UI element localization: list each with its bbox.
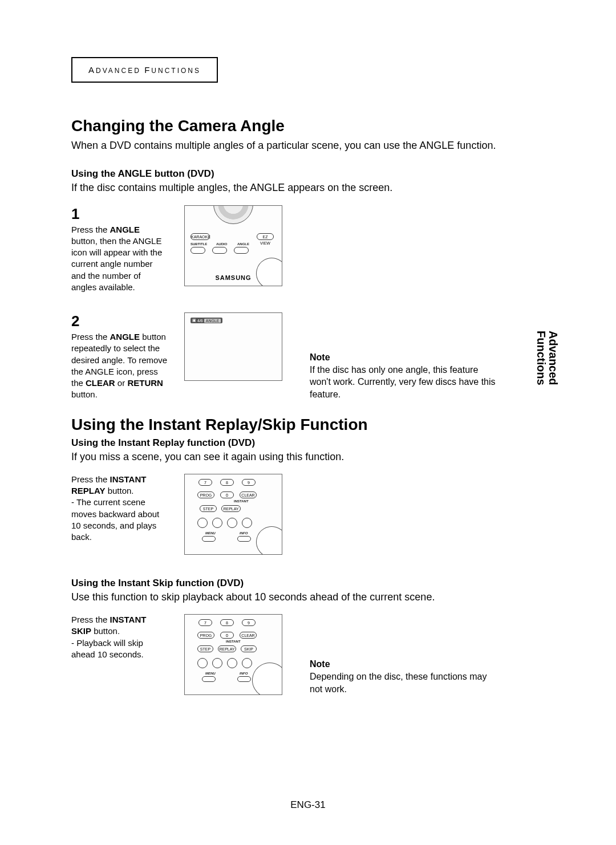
- num0-button: 0: [220, 491, 234, 498]
- illustration-osd-angle: ▣ 4/6 ANGLE: [184, 312, 282, 381]
- num8-button: 8: [220, 619, 234, 626]
- desc-instant-replay: If you miss a scene, you can see it agai…: [71, 450, 550, 464]
- angle-osd: ▣ 4/6 ANGLE: [191, 318, 222, 323]
- step-1-number: 1: [71, 205, 168, 223]
- replay-button: REPLAY: [221, 505, 241, 512]
- stop-icon: [212, 658, 222, 668]
- note-text: If the disc has only one angle, this fea…: [310, 364, 498, 401]
- skip-row: Press the INSTANT SKIP button. - Playbac…: [71, 614, 550, 695]
- camera-icon: ▣: [192, 318, 196, 323]
- num9-button: 9: [242, 619, 256, 626]
- step-2-text: 2 Press the ANGLE button repeatedly to s…: [71, 312, 168, 401]
- num7-button: 7: [198, 619, 212, 626]
- info-label: INFO: [240, 531, 248, 535]
- page-number: ENG-31: [0, 799, 616, 811]
- side-tab: Advanced Functions: [535, 331, 559, 385]
- skip-detail: - Playback will skip ahead 10 seconds.: [71, 638, 144, 659]
- step-1-text: 1 Press the ANGLE button, then the ANGLE…: [71, 205, 168, 294]
- instant-label: INSTANT: [234, 499, 249, 503]
- angle-tag: ANGLE: [204, 319, 221, 323]
- note-skip: Note Depending on the disc, these functi…: [310, 658, 498, 695]
- illustration-remote-replay: 7 8 9 PROG 0 CLEAR INSTANT STEP REPLAY M…: [184, 474, 282, 555]
- num0-button: 0: [220, 632, 234, 639]
- play-pause-icon: [227, 518, 237, 528]
- thumb-icon: [253, 254, 282, 286]
- lead-camera-angle: When a DVD contains multiple angles of a…: [71, 139, 550, 152]
- prog-button: PROG: [197, 491, 214, 498]
- replay-button: REPLAY: [218, 645, 236, 652]
- thumb-icon: [253, 523, 282, 555]
- side-tab-l2: Functions: [535, 331, 548, 385]
- next-icon: [242, 658, 252, 668]
- subtitle-button: [191, 247, 205, 254]
- illustration-remote-angle: KARAOKE EZ VIEW SUBTITLE AUDIO ANGLE SAM…: [184, 205, 282, 286]
- angle-label: ANGLE: [237, 242, 249, 246]
- step-button: STEP: [200, 505, 217, 512]
- angle-button: [234, 247, 249, 254]
- subhead-instant-skip: Using the Instant Skip function (DVD): [71, 578, 550, 589]
- karaoke-button: KARAOKE: [191, 233, 210, 240]
- note-heading: Note: [310, 658, 498, 671]
- num7-button: 7: [198, 479, 212, 486]
- skip-text: Press the INSTANT SKIP button. - Playbac…: [71, 614, 168, 660]
- chapter-tab: ADVANCED FUNCTIONS: [71, 57, 218, 83]
- info-label: INFO: [240, 672, 248, 675]
- note-heading: Note: [310, 351, 498, 364]
- angle-ratio: 4/6: [197, 319, 203, 323]
- menu-label: MENU: [205, 531, 216, 535]
- cap-f: F: [144, 65, 151, 75]
- desc-instant-skip: Use this function to skip playback about…: [71, 590, 550, 604]
- note-angle: Note If the disc has only one angle, thi…: [310, 351, 498, 400]
- skip-button: SKIP: [241, 645, 257, 652]
- step-2-body: Press the ANGLE button repeatedly to sel…: [71, 331, 168, 401]
- replay-detail: - The current scene moves backward about…: [71, 497, 159, 542]
- note-text: Depending on the disc, these functions m…: [310, 671, 498, 695]
- step-1-body: Press the ANGLE button, then the ANGLE i…: [71, 224, 168, 294]
- rest-f: UNCTIONS: [151, 67, 201, 75]
- stop-icon: [212, 518, 222, 528]
- replay-text: Press the INSTANT REPLAY button. - The c…: [71, 474, 168, 543]
- side-tab-l1: Advanced: [547, 331, 560, 385]
- dpad-icon: [213, 205, 253, 224]
- subhead-instant-replay: Using the Instant Replay function (DVD): [71, 437, 550, 449]
- prev-icon: [197, 518, 208, 528]
- step-2-number: 2: [71, 312, 168, 330]
- step-1-row: 1 Press the ANGLE button, then the ANGLE…: [71, 205, 550, 294]
- heading-instant-replay-skip: Using the Instant Replay/Skip Function: [71, 416, 550, 434]
- prev-icon: [197, 658, 208, 668]
- instant-label: INSTANT: [226, 640, 241, 643]
- subhead-angle-button: Using the ANGLE button (DVD): [71, 168, 550, 180]
- step-2-row: 2 Press the ANGLE button repeatedly to s…: [71, 312, 550, 401]
- menu-label: MENU: [205, 672, 216, 675]
- play-pause-icon: [227, 658, 237, 668]
- menu-button: [202, 676, 216, 682]
- menu-button: [202, 536, 216, 542]
- rest-a: DVANCED: [96, 67, 144, 75]
- illustration-remote-skip: 7 8 9 PROG 0 CLEAR INSTANT STEP REPLAY S…: [184, 614, 282, 695]
- heading-camera-angle: Changing the Camera Angle: [71, 117, 550, 135]
- cap-a: A: [88, 65, 96, 75]
- num8-button: 8: [220, 479, 234, 486]
- prog-button: PROG: [197, 632, 214, 639]
- clear-button: CLEAR: [240, 491, 257, 498]
- desc-angle-button: If the disc contains multiple angles, th…: [71, 181, 550, 194]
- thumb-icon: [248, 659, 282, 695]
- next-icon: [242, 518, 252, 528]
- audio-label: AUDIO: [216, 242, 227, 246]
- ezview-button: EZ VIEW: [257, 233, 274, 240]
- clear-button: CLEAR: [240, 632, 257, 639]
- subtitle-label: SUBTITLE: [191, 242, 207, 246]
- audio-button: [212, 247, 227, 254]
- info-button: [237, 536, 251, 542]
- step-button: STEP: [197, 645, 213, 652]
- replay-row: Press the INSTANT REPLAY button. - The c…: [71, 474, 550, 555]
- num9-button: 9: [242, 479, 256, 486]
- chapter-label: ADVANCED FUNCTIONS: [88, 65, 201, 75]
- info-button: [237, 676, 251, 682]
